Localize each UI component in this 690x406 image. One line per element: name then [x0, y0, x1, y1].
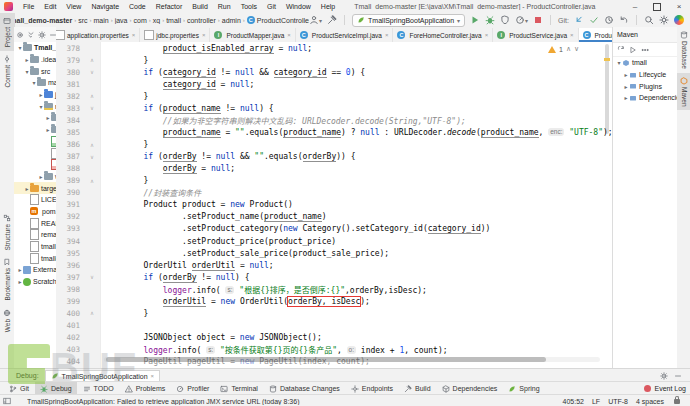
fold-marker[interactable]: ∨ [84, 66, 101, 78]
code-line[interactable]: 390//封装查询条件 [56, 187, 612, 199]
code-line[interactable]: 380∨if (category_id != null && category_… [56, 66, 612, 78]
settings-button[interactable] [660, 372, 668, 380]
menu-code[interactable]: Code [124, 3, 151, 10]
tree-item[interactable]: ▸sql [14, 124, 56, 136]
code-line[interactable]: 398logger.info( s: "根据{}排序，是否倒序:{}",orde… [56, 283, 612, 295]
warning-stripe-mark[interactable] [604, 58, 610, 61]
code-line[interactable]: 384//如果为非空字符串则解决中文乱码: URLDecoder.decode(… [56, 114, 612, 126]
debug-session-tab[interactable]: TmallSpringBootApplication × [45, 370, 161, 382]
run-maven-button[interactable] [629, 46, 637, 54]
maven-tree-item[interactable]: ▾tmall [613, 57, 677, 69]
tree-item[interactable]: README.md [14, 217, 56, 229]
hide-button[interactable] [674, 372, 682, 380]
code-line[interactable]: 397∨if (orderBy != null) { [56, 271, 612, 283]
locate-file-button[interactable] [16, 31, 24, 39]
code-line[interactable]: 385product_name = "".equals(product_name… [56, 126, 612, 138]
search-everywhere-button[interactable] [644, 15, 654, 25]
indent-setting[interactable]: 4 spaces [636, 398, 664, 405]
maximize-button[interactable] [646, 0, 668, 13]
code-line[interactable]: 403logger.info( s: "按条件获取第{}页的{}条产品", o:… [56, 344, 612, 356]
menu-refactor[interactable]: Refactor [151, 3, 187, 10]
code-line[interactable]: 387∨if (orderBy != null && "".equals(ord… [56, 151, 612, 163]
code-line[interactable]: 383∨if (product_name != null) { [56, 102, 612, 114]
fold-marker[interactable]: ∨ [84, 102, 101, 114]
settings-button[interactable] [659, 15, 669, 25]
editor-tab[interactable]: application.properties× [56, 28, 140, 42]
stripe-tab-project[interactable]: Project [0, 13, 14, 51]
tree-item[interactable]: ▸webapp [14, 171, 56, 183]
breadcrumb-item[interactable]: src [78, 17, 87, 24]
tree-item[interactable]: application.properties [14, 136, 56, 148]
code-line[interactable]: 386∧} [56, 139, 612, 151]
maven-tree-item[interactable]: ▸Dependencies [613, 92, 677, 104]
breadcrumb-item[interactable]: com [134, 17, 147, 24]
breadcrumb-item[interactable]: admin [222, 17, 241, 24]
layout-icon[interactable] [3, 397, 11, 405]
line-separator[interactable]: LF [592, 398, 600, 405]
code-line[interactable]: 401 [56, 319, 612, 331]
menu-file[interactable]: File [18, 3, 39, 10]
file-encoding[interactable]: UTF-8 [608, 398, 628, 405]
close-icon[interactable]: × [570, 32, 574, 38]
fold-marker[interactable]: ∧ [84, 175, 101, 187]
breadcrumb-item[interactable]: CProductController [247, 16, 309, 24]
close-icon[interactable]: × [385, 32, 389, 38]
editor-tab[interactable]: jdbc.properties× [140, 28, 210, 42]
tree-item[interactable]: remark [14, 229, 56, 241]
breadcrumb-item[interactable]: main [93, 17, 108, 24]
tree-item[interactable]: ▸java [14, 89, 56, 101]
tree-item[interactable]: ▾Tmall_demo-master [14, 42, 56, 54]
tree-item[interactable]: ▾resources [14, 100, 56, 112]
menu-window[interactable]: Window [281, 3, 316, 10]
tree-item[interactable]: mpom.xml [14, 206, 56, 218]
menu-navigate[interactable]: Navigate [86, 3, 124, 10]
tree-item[interactable]: ▾src [14, 65, 56, 77]
refresh-button[interactable] [617, 46, 625, 54]
code-line[interactable]: 382∧} [56, 90, 612, 102]
menu-edit[interactable]: Edit [39, 3, 61, 10]
stop-button[interactable] [533, 15, 543, 25]
stripe-tab-maven[interactable]: Maven [677, 73, 690, 111]
tree-item[interactable]: LICENSE [14, 194, 56, 206]
horizontal-scrollbar[interactable] [106, 357, 546, 362]
code-line[interactable]: 393.setProduct_category(new Category().s… [56, 223, 612, 235]
code-editor[interactable]: 378product_isEnabled_array = null;379∧}3… [56, 42, 612, 368]
editor-tab[interactable]: IProductMapper.java× [210, 28, 295, 42]
editor-tab[interactable]: IProductService.java× [493, 28, 578, 42]
readonly-lock-icon[interactable] [674, 399, 680, 404]
close-icon[interactable]: × [287, 32, 291, 38]
git-commit-button[interactable] [589, 15, 599, 25]
stripe-tab-commit[interactable]: Commit [0, 51, 14, 91]
inspection-widget[interactable]: 1 ∧ ∨ [548, 45, 579, 53]
close-icon[interactable]: × [132, 32, 136, 38]
minimize-button[interactable]: – [624, 0, 646, 13]
fold-marker[interactable]: ∧ [84, 307, 101, 319]
close-icon[interactable]: × [485, 32, 489, 38]
code-line[interactable]: 379∧} [56, 54, 612, 66]
code-line[interactable]: 391Product product = new Product() [56, 199, 612, 211]
tree-item[interactable]: logback.xml [14, 159, 56, 171]
build-button[interactable] [327, 15, 337, 25]
breadcrumb-item[interactable]: Tmall_demo-master [6, 17, 72, 24]
stripe-tab-structure[interactable]: Structure [0, 210, 14, 254]
close-button[interactable]: × [668, 0, 690, 13]
prev-warning-icon[interactable]: ∧ [566, 45, 571, 53]
fold-marker[interactable]: ∨ [84, 271, 101, 283]
code-line[interactable]: 394.setProduct_price(product_price) [56, 235, 612, 247]
coverage-button[interactable] [500, 15, 510, 25]
stripe-tab-database[interactable]: Database [677, 27, 690, 73]
tree-item[interactable]: tmall.index [14, 241, 56, 253]
code-line[interactable]: 388orderBy = null; [56, 163, 612, 175]
tree-item[interactable]: ▸External Libraries [14, 264, 56, 276]
stripe-tab-bookmarks[interactable]: Bookmarks [0, 254, 14, 305]
git-update-button[interactable] [574, 15, 584, 25]
tree-item[interactable]: ▸.idea [14, 54, 56, 66]
code-line[interactable]: 395.setProduct_sale_price(product_sale_p… [56, 247, 612, 259]
run-configuration-select[interactable]: TmallSpringBootApplication▾ [352, 14, 465, 27]
close-icon[interactable]: × [151, 373, 155, 379]
caret-position[interactable]: 405:52 [563, 398, 584, 405]
history-button[interactable] [604, 15, 614, 25]
maven-tree-item[interactable]: ▸Lifecycle [613, 69, 677, 81]
breadcrumb-item[interactable]: xq [153, 17, 160, 24]
tree-item[interactable]: tmalldemo.sql [14, 252, 56, 264]
